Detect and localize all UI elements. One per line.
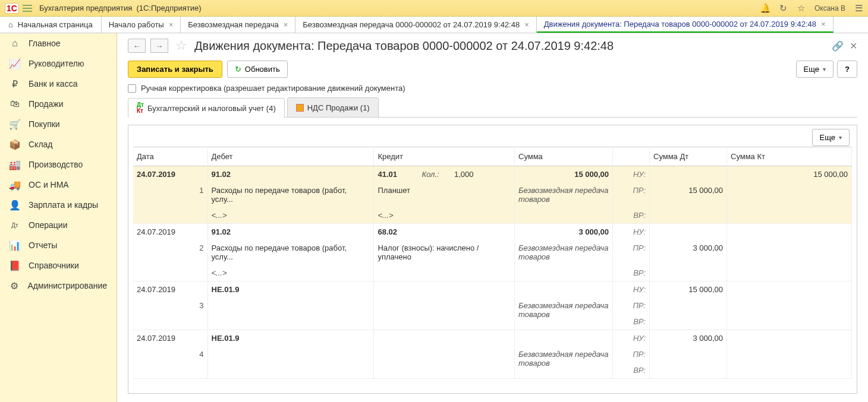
cell-pr-kt [727, 297, 852, 314]
tab-label: Начало работы [109, 20, 164, 29]
tab-start[interactable]: Начало работы × [102, 17, 181, 33]
user-name[interactable]: Оксана В [814, 4, 845, 12]
cell-vr-label: ВР: [613, 265, 650, 281]
col-sum[interactable]: Сумма [515, 147, 613, 166]
cell-nu-kt [727, 281, 852, 298]
col-credit[interactable]: Кредит [374, 147, 515, 166]
sidebar-item-salary[interactable]: 👤Зарплата и кадры [0, 195, 117, 215]
tab-vat-sales[interactable]: НДС Продажи (1) [287, 97, 379, 117]
cell-debet-desc [207, 346, 374, 362]
save-close-button[interactable]: Записать и закрыть [128, 61, 222, 78]
sidebar-item-manager[interactable]: 📈Руководителю [0, 53, 117, 74]
sidebar-item-directories[interactable]: 📕Справочники [0, 255, 117, 276]
panel-lines-icon[interactable]: ☰ [854, 4, 863, 13]
tab-accounting[interactable]: ДтКт Бухгалтерский и налоговый учет (4) [128, 98, 285, 118]
sidebar-item-admin[interactable]: ⚙Администрирование [0, 276, 117, 296]
person-icon: 👤 [10, 200, 20, 210]
refresh-button[interactable]: ↻Обновить [227, 61, 288, 78]
close-icon[interactable]: × [284, 20, 288, 29]
tab-movements[interactable]: Движения документа: Передача товаров 000… [537, 17, 834, 33]
table-more-button[interactable]: Еще [812, 129, 850, 146]
table-row[interactable]: 24.07.2019 91.02 41.01 Кол.: 1,000 15 00… [133, 166, 852, 224]
cell-credit-dots [374, 362, 515, 379]
cell-vr-label: ВР: [613, 314, 650, 330]
cell-debet-acc: НЕ.01.9 [207, 330, 374, 347]
sidebar-item-bank[interactable]: ₽Банк и касса [0, 74, 117, 94]
sidebar-item-warehouse[interactable]: 📦Склад [0, 134, 117, 154]
sidebar-item-reports[interactable]: 📊Отчеты [0, 235, 117, 255]
table-row[interactable]: 24.07.2019 91.02 68.02 3 000,00 НУ: 2 Ра… [133, 224, 852, 281]
sidebar-item-main[interactable]: ⌂Главное [0, 33, 117, 53]
col-date[interactable]: Дата [133, 147, 207, 166]
link-icon[interactable]: 🔗 [832, 40, 844, 52]
cell-credit-acc: 68.02 [374, 224, 515, 240]
cell-vr-label: ВР: [613, 207, 650, 224]
star-icon[interactable]: ☆ [797, 4, 806, 13]
sidebar-item-label: Производство [29, 160, 83, 169]
cell-debet-desc [207, 297, 374, 314]
close-icon[interactable]: ✕ [850, 40, 857, 52]
menu-icon[interactable] [23, 5, 32, 12]
ruble-icon: ₽ [10, 78, 20, 89]
cell-credit-desc [374, 297, 515, 314]
app-name: Бухгалтерия предприятия (1С:Предприятие) [39, 4, 202, 12]
col-debet[interactable]: Дебет [207, 147, 374, 166]
help-button[interactable]: ? [837, 61, 857, 78]
tab-label: Безвозмездная передача 0000-000002 от 24… [303, 20, 520, 29]
nav-forward-button[interactable]: → [150, 39, 168, 53]
sidebar-item-label: Банк и касса [29, 79, 77, 88]
tab-transfer[interactable]: Безвозмездная передача × [181, 17, 295, 33]
cell-debet-desc: Расходы по передаче товаров (работ, услу… [207, 182, 374, 207]
bars-icon: 📊 [10, 240, 20, 251]
cell-debet-acc: НЕ.01.9 [207, 281, 374, 298]
cell-pr-kt [727, 346, 852, 362]
nav-back-button[interactable]: ← [128, 39, 146, 53]
close-icon[interactable]: × [524, 20, 529, 29]
sidebar-item-label: Главное [29, 39, 61, 48]
sidebar-item-sales[interactable]: 🛍Продажи [0, 94, 117, 114]
cell-credit-desc: Планшет [374, 182, 515, 207]
sidebar-item-label: Справочники [29, 261, 79, 270]
cell-pr-dt [650, 297, 727, 314]
cell-vr-kt [727, 207, 852, 224]
cell-sum-desc: Безвозмездная передача товаров [515, 297, 613, 330]
sidebar-item-operations[interactable]: ДтОперации [0, 215, 117, 235]
cell-credit-dots [374, 314, 515, 330]
col-blank[interactable] [613, 147, 650, 166]
sidebar-item-label: Продажи [29, 99, 63, 109]
more-button[interactable]: Еще [796, 61, 834, 78]
favorite-icon[interactable]: ☆ [175, 38, 187, 53]
sidebar-item-production[interactable]: 🏭Производство [0, 154, 117, 175]
book-icon: 📕 [10, 260, 20, 271]
cell-vr-kt [727, 314, 852, 330]
table-row[interactable]: 24.07.2019 НЕ.01.9 НУ: 15 000,00 3 Безво… [133, 281, 852, 330]
cell-vr-kt [727, 265, 852, 281]
cell-debet-dots [207, 362, 374, 379]
bag-icon: 🛍 [10, 99, 20, 109]
cell-nu-label: НУ: [613, 330, 650, 347]
cell-date: 24.07.2019 [133, 281, 207, 298]
titlebar: 1С Бухгалтерия предприятия (1С:Предприят… [0, 0, 868, 17]
tab-home[interactable]: ⌂ Начальная страница [0, 17, 102, 33]
history-icon[interactable]: ↻ [779, 4, 788, 13]
close-icon[interactable]: × [169, 20, 174, 29]
table-row[interactable]: 24.07.2019 НЕ.01.9 НУ: 3 000,00 4 Безвоз… [133, 330, 852, 379]
tab-label: Бухгалтерский и налоговый учет (4) [147, 104, 276, 113]
cell-pr-dt [650, 346, 727, 362]
cell-vr-dt [650, 265, 727, 281]
cell-debet-dots [207, 314, 374, 330]
sidebar-item-purchases[interactable]: 🛒Покупки [0, 114, 117, 134]
manual-edit-checkbox[interactable] [128, 84, 136, 93]
cell-kol: Кол.: 1,000 [418, 166, 515, 183]
entries-table: Дата Дебет Кредит Сумма Сумма Дт Сумма К… [133, 147, 852, 379]
cell-credit-acc [374, 330, 515, 347]
sidebar-item-assets[interactable]: 🚚ОС и НМА [0, 175, 117, 195]
tab-transfer-doc[interactable]: Безвозмездная передача 0000-000002 от 24… [295, 17, 536, 33]
cell-row-num: 2 [133, 240, 207, 281]
close-icon[interactable]: × [821, 20, 826, 29]
cell-vr-dt [650, 207, 727, 224]
col-sumkt[interactable]: Сумма Кт [727, 147, 852, 166]
cell-nu-label: НУ: [613, 281, 650, 298]
col-sumdt[interactable]: Сумма Дт [650, 147, 727, 166]
bell-icon[interactable]: 🔔 [761, 4, 770, 13]
